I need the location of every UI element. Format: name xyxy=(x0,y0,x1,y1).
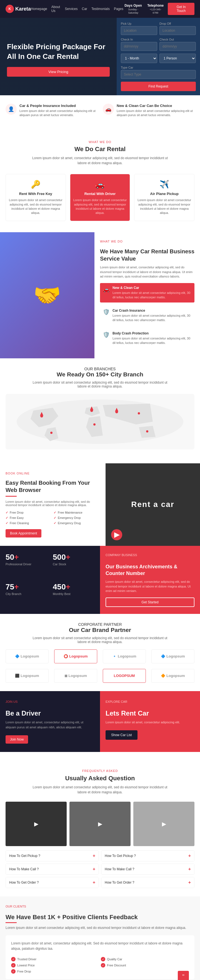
world-map xyxy=(6,394,194,449)
check-icon-6: ✓ xyxy=(54,522,56,525)
nav-car[interactable]: Car xyxy=(82,7,87,11)
dropoff-input[interactable] xyxy=(159,26,196,35)
faq-question-text-right-1: How To Get Pickup ? xyxy=(105,854,136,858)
hero-cta-button[interactable]: View Pricing xyxy=(7,67,110,77)
pickup-input[interactable] xyxy=(121,26,157,35)
book-appointment-button[interactable]: Book Appointment xyxy=(6,529,41,538)
join-now-button[interactable]: Join Now xyxy=(6,735,28,744)
faq-question-left-3[interactable]: How To Get Order ? + xyxy=(6,877,98,888)
get-in-touch-button[interactable]: Get In Touch xyxy=(168,3,194,15)
get-started-button[interactable]: Get Started xyxy=(106,598,194,607)
faq-question-right-2[interactable]: How To Make Call ? + xyxy=(102,864,194,875)
faq-question-left-1[interactable]: How To Get Pickup ? + xyxy=(6,851,98,861)
included-title-insurance: Car & People Insurance Included xyxy=(19,103,97,108)
days-open-value: Sunday - Saturday xyxy=(128,8,138,14)
duration-select[interactable]: 1 - Month xyxy=(121,54,157,63)
faq-column-right: How To Get Pickup ? + How To Make Call ?… xyxy=(101,850,194,888)
city-tag: OUR BRANCHES xyxy=(6,367,194,371)
service-card-freekey[interactable]: 🔑 Rent With Free Key Lorem ipsum dolor s… xyxy=(6,174,66,221)
achievements-title: Our Business Archivements & Counter Numb… xyxy=(106,563,194,577)
find-request-button[interactable]: Find Request xyxy=(121,82,196,91)
driver-icon: 🚗 xyxy=(73,180,127,189)
logo-icon: K xyxy=(6,5,14,13)
testimonials-underline xyxy=(6,922,17,923)
faq-img-play-2[interactable]: ▶ xyxy=(98,821,102,827)
show-car-list-button[interactable]: Show Car List xyxy=(106,730,138,740)
faq-image-3: ▶ xyxy=(133,802,194,846)
phone-label: Telephone xyxy=(147,3,163,8)
partner-name-6: ◼ Logopsum xyxy=(64,674,87,678)
nav-about[interactable]: About Us xyxy=(51,5,61,13)
dropoff-field: Drop Off xyxy=(159,22,196,35)
nav-testimonials[interactable]: Testimonials xyxy=(91,7,110,11)
testimonial-feature-label-2: Quality Car xyxy=(107,958,122,961)
service-card-airplane[interactable]: ✈️ Air Plane Pickup Lorem ipsum dolor si… xyxy=(134,174,194,221)
testimonial-feature-5: ✓ Free Drop xyxy=(11,969,99,974)
partner-name-8: 🔶 Logopsum xyxy=(161,674,185,678)
rent-desc: Lorem ipsum dolor sit amet, consectetur … xyxy=(106,720,194,725)
included-text-insurance: Car & People Insurance Included Lorem ip… xyxy=(19,103,97,118)
faq-desc: Lorem ipsum dolor sit amet consectetur a… xyxy=(30,785,170,795)
nav-homepage[interactable]: Homepage xyxy=(31,7,47,11)
nav-pages[interactable]: Pages xyxy=(114,7,123,11)
service-title-freekey: Rent With Free Key xyxy=(9,192,63,196)
partner-name-3: 🔹 Logopsum xyxy=(112,654,136,658)
feature-crash-insurance: 🛡️ Car Crash Insurance Lorem ipsum dolor… xyxy=(100,306,194,325)
included-text-clean-car: New & Clean Car Can Be Choice Lorem ipsu… xyxy=(117,103,194,118)
business-tag: WHAT WE DO xyxy=(100,239,194,244)
faq-question-text-right-3: How To Get Order ? xyxy=(105,881,135,885)
faq-toggle-left-1[interactable]: + xyxy=(93,853,95,858)
dropoff-label: Drop Off xyxy=(159,22,196,25)
driver-desc: Lorem ipsum dolor sit amet, consectetur … xyxy=(6,720,94,730)
faq-question-left-2[interactable]: How To Make Call ? + xyxy=(6,864,98,875)
partners-section: CORPORATE PARTNER Our Car Brand Partner … xyxy=(0,614,200,691)
service-desc-freekey: Lorem ipsum dolor sit amet consectetur a… xyxy=(9,198,63,215)
quote-mark: " xyxy=(178,971,189,980)
checkout-label: Check Out xyxy=(159,38,196,41)
faq-question-right-1[interactable]: How To Get Pickup ? + xyxy=(102,851,194,861)
check-icon-1: ✓ xyxy=(6,511,8,514)
faq-toggle-left-3[interactable]: + xyxy=(93,880,95,885)
booking-description: Lorem ipsum dolor sit amet, consectetur … xyxy=(6,500,100,507)
handshake-illustration: 🤝 xyxy=(33,282,61,308)
stat-label-1: Professional Driver xyxy=(6,563,47,566)
testimonials-title: We Have Best 1K + Positive Clients Feedb… xyxy=(6,913,194,921)
feature-new-car-desc: Lorem ipsum dolor sit amet consectetur a… xyxy=(113,291,192,300)
hero-title: Flexible Pricing Package For All In One … xyxy=(7,42,110,61)
faq-item-left-1: How To Get Pickup ? + xyxy=(6,850,99,861)
stat-label-3: City Branch xyxy=(6,592,47,595)
rent-tag: EXPLORE CAR xyxy=(106,700,194,704)
services-section: WHAT WE DO We Do Car Rental Lorem ipsum … xyxy=(0,126,200,227)
partners-tag: CORPORATE PARTNER xyxy=(6,622,194,627)
achievements-tag: COMPANY BUSINESS xyxy=(106,553,194,557)
feature-check-4: ✓ Free Maintenance xyxy=(54,511,100,514)
feature-check-6: ✓ Emergency Drug xyxy=(54,522,100,525)
faq-toggle-right-3[interactable]: + xyxy=(188,880,191,885)
hero-left: Flexible Pricing Package For All In One … xyxy=(0,18,117,95)
partner-name-4: 🔷 Logopsum xyxy=(161,654,185,658)
testimonial-feature-3: ✓ Lowest Price xyxy=(11,963,99,967)
check-icon-4: ✓ xyxy=(54,511,56,514)
testimonial-feature-label-5: Free Drop xyxy=(17,970,31,973)
partner-logo-7: LOGOPSUM xyxy=(103,669,146,683)
check-icon-5: ✓ xyxy=(54,516,56,520)
play-button[interactable]: ▶ xyxy=(111,529,122,540)
service-card-driver[interactable]: 🚗 Rental With Driver Lorem ipsum dolor s… xyxy=(70,174,130,221)
faq-toggle-left-2[interactable]: + xyxy=(93,867,95,872)
faq-toggle-right-1[interactable]: + xyxy=(188,853,191,858)
checkin-input[interactable] xyxy=(121,42,157,51)
nav-services[interactable]: Services xyxy=(65,7,78,11)
faq-img-play-1[interactable]: ▶ xyxy=(34,821,38,827)
car-type-input[interactable] xyxy=(121,70,196,79)
logo[interactable]: K Kareta xyxy=(6,5,31,13)
features-checklist: ✓ Free Drop ✓ Free Maintenance ✓ Free Ea… xyxy=(6,511,100,525)
included-desc-insurance: Lorem ipsum dolor sit amet consectetur a… xyxy=(19,109,97,118)
faq-toggle-right-2[interactable]: + xyxy=(188,867,191,872)
faq-question-right-3[interactable]: How To Get Order ? + xyxy=(102,877,194,888)
stat-number-3: 75 xyxy=(6,582,14,591)
faq-img-play-3[interactable]: ▶ xyxy=(162,821,166,827)
person-select[interactable]: 1 Person xyxy=(159,54,196,63)
checkout-input[interactable] xyxy=(159,42,196,51)
testimonial-feature-1: ✓ Trusted Driver xyxy=(11,957,99,961)
check-icon-2: ✓ xyxy=(6,516,8,520)
